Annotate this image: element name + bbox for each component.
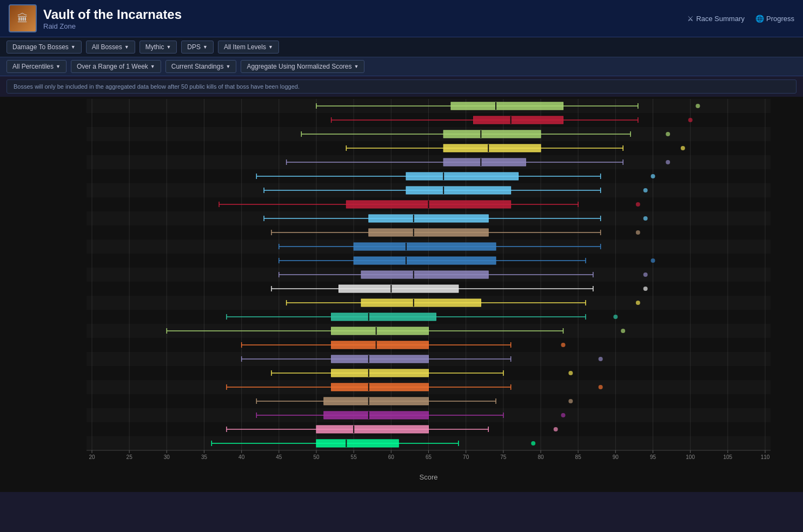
svg-rect-143 (331, 327, 429, 335)
svg-rect-150 (331, 341, 429, 349)
page-subtitle: Raid Zone (43, 22, 182, 30)
damage-to-bosses-dropdown[interactable]: Damage To Bosses ▼ (6, 41, 82, 54)
svg-point-205 (531, 441, 535, 445)
svg-point-86 (643, 216, 648, 221)
svg-rect-69 (406, 187, 511, 194)
svg-point-63 (651, 174, 655, 178)
svg-rect-24 (451, 102, 563, 110)
svg-text:110: 110 (761, 454, 770, 460)
svg-point-48 (681, 146, 685, 150)
svg-text:20: 20 (89, 454, 95, 460)
svg-text:95: 95 (650, 454, 656, 460)
svg-point-26 (696, 104, 700, 108)
x-axis-label: Score (87, 473, 771, 481)
svg-point-71 (643, 188, 648, 192)
svg-point-137 (613, 315, 618, 319)
svg-rect-91 (369, 229, 488, 236)
svg-point-78 (636, 202, 640, 207)
header-info: Vault of the Incarnates Raid Zone (43, 7, 182, 30)
svg-rect-46 (443, 144, 541, 152)
info-notice: Bosses will only be included in the aggr… (6, 79, 797, 94)
svg-point-41 (666, 132, 670, 136)
svg-point-115 (643, 272, 648, 277)
svg-text:60: 60 (388, 454, 395, 460)
svg-point-56 (666, 160, 670, 164)
svg-point-122 (643, 287, 648, 291)
svg-text:65: 65 (426, 454, 432, 460)
svg-rect-158 (331, 355, 429, 363)
svg-text:75: 75 (500, 454, 507, 460)
svg-rect-188 (324, 411, 429, 419)
svg-rect-84 (369, 215, 488, 222)
svg-text:70: 70 (463, 454, 469, 460)
svg-rect-180 (324, 397, 429, 405)
svg-text:50: 50 (313, 454, 320, 460)
all-item-levels-dropdown[interactable]: All Item Levels ▼ (218, 41, 279, 54)
svg-rect-203 (316, 440, 399, 447)
svg-rect-120 (339, 285, 459, 292)
svg-rect-99 (354, 243, 496, 250)
svg-point-190 (561, 413, 566, 417)
svg-text:25: 25 (127, 454, 133, 460)
page-title: Vault of the Incarnates (43, 7, 182, 22)
svg-rect-113 (361, 271, 488, 278)
toolbar-secondary: All Percentiles ▼ Over a Range of 1 Week… (0, 57, 803, 76)
svg-text:55: 55 (351, 454, 357, 460)
svg-rect-195 (316, 425, 429, 433)
svg-rect-128 (361, 299, 481, 307)
svg-point-33 (688, 118, 693, 122)
svg-text:40: 40 (238, 454, 245, 460)
progress-link[interactable]: 🌐 Progress (755, 15, 794, 23)
svg-text:45: 45 (276, 454, 282, 460)
svg-point-182 (568, 399, 573, 403)
svg-rect-54 (443, 158, 526, 166)
aggregate-dropdown[interactable]: Aggregate Using Normalized Scores ▼ (241, 60, 364, 73)
svg-text:80: 80 (537, 454, 544, 460)
svg-point-152 (561, 343, 566, 347)
svg-text:35: 35 (201, 454, 208, 460)
toolbar-primary: Damage To Bosses ▼ All Bosses ▼ Mythic ▼… (0, 37, 803, 57)
svg-point-175 (599, 385, 603, 389)
chart-container: Beast Mastery HunterUnholy Death KnightS… (0, 97, 803, 492)
svg-rect-135 (331, 313, 436, 321)
svg-rect-61 (406, 172, 519, 180)
zone-icon: 🏛 (9, 4, 37, 32)
svg-text:100: 100 (686, 454, 695, 460)
svg-rect-105 (354, 257, 496, 264)
svg-text:90: 90 (613, 454, 619, 460)
svg-text:85: 85 (575, 454, 582, 460)
svg-point-197 (554, 427, 558, 431)
header-nav: ⚔ Race Summary 🌐 Progress (687, 15, 794, 23)
race-summary-link[interactable]: ⚔ Race Summary (687, 15, 745, 23)
svg-text:105: 105 (723, 454, 732, 460)
svg-point-107 (651, 258, 655, 263)
svg-point-145 (621, 329, 625, 333)
all-percentiles-dropdown[interactable]: All Percentiles ▼ (6, 60, 67, 73)
svg-text:30: 30 (164, 454, 170, 460)
svg-point-160 (599, 357, 603, 361)
svg-point-93 (636, 230, 640, 235)
current-standings-dropdown[interactable]: Current Standings ▼ (165, 60, 237, 73)
app-header: 🏛 Vault of the Incarnates Raid Zone ⚔ Ra… (0, 0, 803, 37)
svg-rect-31 (474, 116, 563, 124)
header-left: 🏛 Vault of the Incarnates Raid Zone (9, 4, 182, 32)
dps-dropdown[interactable]: DPS ▼ (181, 41, 214, 54)
range-dropdown[interactable]: Over a Range of 1 Week ▼ (71, 60, 161, 73)
svg-point-130 (636, 301, 640, 305)
mythic-dropdown[interactable]: Mythic ▼ (140, 41, 177, 54)
svg-point-167 (568, 371, 573, 375)
svg-rect-39 (443, 130, 541, 138)
svg-rect-165 (331, 369, 429, 377)
box-plot-chart: Beast Mastery HunterUnholy Death KnightS… (87, 99, 771, 472)
all-bosses-dropdown[interactable]: All Bosses ▼ (86, 41, 135, 54)
svg-rect-173 (331, 383, 429, 391)
